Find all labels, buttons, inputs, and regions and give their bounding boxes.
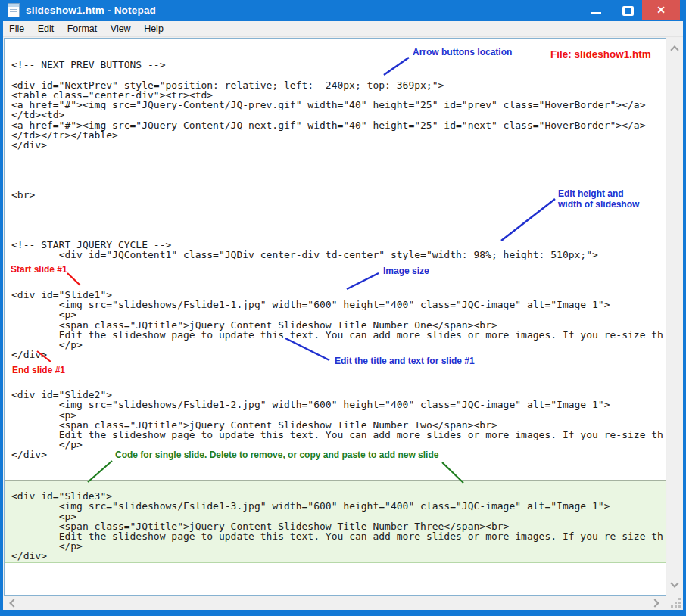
menu-bar: File Edit Format View Help: [3, 21, 683, 37]
notepad-icon: [8, 3, 20, 17]
scroll-down-icon[interactable]: [670, 579, 678, 587]
vertical-scrollbar[interactable]: [667, 38, 683, 596]
scroll-up-icon[interactable]: [670, 45, 678, 54]
close-button[interactable]: ✕: [642, 0, 680, 20]
code-before-highlight: <!-- NEXT PREV BUTTONS --> <div id="Next…: [11, 59, 663, 460]
window-title: slideshow1.htm - Notepad: [26, 5, 156, 16]
scroll-left-icon[interactable]: [9, 599, 17, 607]
menu-view[interactable]: View: [106, 21, 136, 37]
menu-format[interactable]: Format: [63, 21, 102, 37]
menu-help[interactable]: Help: [139, 21, 168, 37]
scroll-right-icon[interactable]: [650, 599, 659, 607]
code-content: <!-- NEXT PREV BUTTONS --> <div id="Next…: [5, 39, 666, 583]
client-area: <!-- NEXT PREV BUTTONS --> <div id="Next…: [3, 37, 683, 610]
menu-edit[interactable]: Edit: [33, 21, 59, 37]
maximize-icon: [622, 6, 634, 16]
title-bar[interactable]: slideshow1.htm - Notepad ✕: [0, 0, 686, 21]
menu-file[interactable]: File: [5, 21, 29, 37]
editor-text-area[interactable]: <!-- NEXT PREV BUTTONS --> <div id="Next…: [4, 38, 666, 596]
close-icon: ✕: [656, 4, 666, 16]
maximize-button[interactable]: [615, 0, 642, 20]
minimize-button[interactable]: [583, 0, 610, 20]
minimize-icon: [591, 12, 601, 14]
notepad-window: slideshow1.htm - Notepad ✕ File Edit For…: [0, 0, 686, 616]
slide3-highlight-block: <div id="Slide3"> <img src="slideshows/F…: [5, 480, 666, 563]
scrollbar-corner: [667, 596, 683, 610]
horizontal-scrollbar[interactable]: [3, 596, 667, 610]
resize-grip-icon[interactable]: [678, 598, 681, 600]
